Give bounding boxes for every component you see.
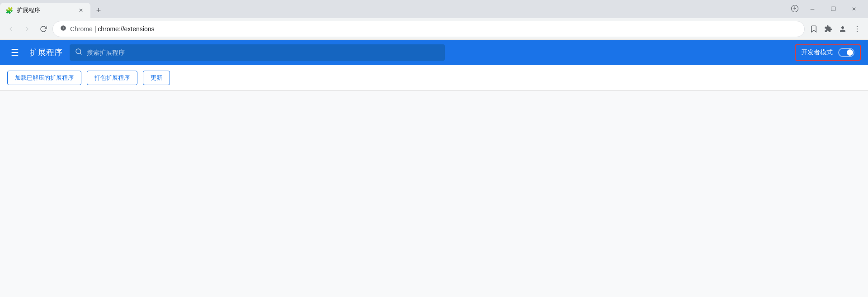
- tab-favicon-icon: 🧩: [5, 7, 13, 14]
- pack-extension-button[interactable]: 打包扩展程序: [87, 71, 137, 85]
- svg-point-5: [857, 31, 858, 32]
- url-text: Chrome | chrome://extensions: [70, 25, 797, 33]
- load-unpacked-button[interactable]: 加载已解压的扩展程序: [7, 71, 81, 85]
- maximize-button[interactable]: ❐: [823, 0, 844, 18]
- main-content-area: [0, 91, 868, 297]
- profile-button[interactable]: [835, 22, 850, 36]
- tab-strip: 🧩 扩展程序 ✕ +: [0, 0, 788, 18]
- profile-download-area: [788, 1, 802, 17]
- close-button[interactable]: ✕: [844, 0, 864, 18]
- developer-mode-label: 开发者模式: [801, 48, 833, 57]
- minimize-button[interactable]: ─: [802, 0, 823, 18]
- toggle-thumb: [847, 49, 853, 56]
- bookmark-button[interactable]: [807, 22, 821, 36]
- developer-mode-toggle[interactable]: [838, 48, 854, 57]
- security-icon: i: [60, 25, 66, 33]
- forward-button[interactable]: [20, 22, 34, 36]
- new-tab-button[interactable]: +: [92, 4, 105, 17]
- svg-point-3: [857, 26, 858, 27]
- reload-button[interactable]: [36, 22, 51, 36]
- address-bar: i Chrome | chrome://extensions: [0, 18, 868, 40]
- active-tab[interactable]: 🧩 扩展程序 ✕: [0, 3, 90, 18]
- hamburger-menu-button[interactable]: ☰: [7, 43, 23, 62]
- url-bar[interactable]: i Chrome | chrome://extensions: [52, 21, 805, 37]
- title-bar: 🧩 扩展程序 ✕ + ─ ❐ ✕: [0, 0, 868, 18]
- search-bar[interactable]: [70, 44, 445, 61]
- search-input[interactable]: [87, 49, 439, 56]
- developer-toolbar: 加载已解压的扩展程序 打包扩展程序 更新: [0, 65, 868, 91]
- url-path-part: chrome://extensions: [98, 25, 154, 33]
- chrome-menu-button[interactable]: [850, 22, 864, 36]
- window-controls: ─ ❐ ✕: [802, 0, 868, 18]
- svg-point-4: [857, 28, 858, 29]
- update-button[interactable]: 更新: [143, 71, 170, 85]
- toolbar-icons: [807, 22, 864, 36]
- extensions-toolbar-button[interactable]: [821, 22, 835, 36]
- extensions-page-title: 扩展程序: [30, 47, 62, 58]
- tab-title: 扩展程序: [17, 6, 73, 14]
- extensions-header: ☰ 扩展程序 开发者模式: [0, 40, 868, 65]
- tab-close-button[interactable]: ✕: [77, 6, 85, 14]
- developer-mode-area: 开发者模式: [795, 44, 861, 61]
- url-chrome-part: Chrome: [70, 25, 93, 33]
- download-button[interactable]: [788, 1, 802, 16]
- search-icon: [75, 48, 82, 57]
- back-button[interactable]: [4, 22, 18, 36]
